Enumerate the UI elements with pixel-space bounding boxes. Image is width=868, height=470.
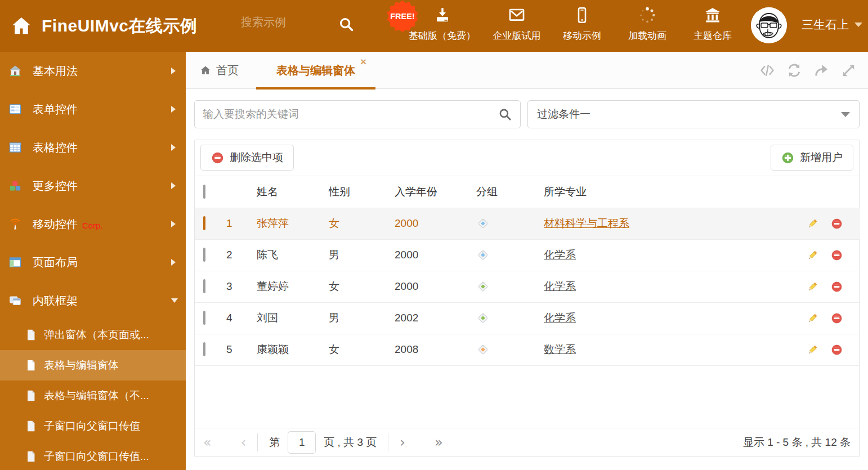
sidebar-subitem-label: 表格与编辑窗体 [44, 358, 119, 373]
major-link[interactable]: 化学系 [544, 312, 576, 324]
avatar[interactable] [751, 7, 787, 43]
search-icon[interactable] [498, 107, 512, 122]
major-link[interactable]: 数学系 [544, 343, 576, 355]
sidebar-subitem-child-to-parent[interactable]: 子窗口向父窗口传值 [0, 411, 186, 441]
major-link[interactable]: 材料科学与工程系 [544, 217, 629, 229]
sidebar-item-label: 页面布局 [33, 255, 78, 270]
table-row: 5 康颖颖 女 2008 数学系 [195, 334, 860, 365]
users-table: 姓名 性别 入学年份 分组 所学专业 1 张萍萍 女 2000 [195, 176, 860, 366]
page-number-input[interactable] [288, 431, 316, 454]
edit-icon[interactable] [807, 218, 818, 230]
edit-icon[interactable] [807, 249, 818, 261]
header-search-icon[interactable] [338, 16, 355, 33]
mobile-icon [573, 6, 591, 24]
pager-divider [257, 433, 258, 451]
tab-label: 首页 [216, 63, 239, 78]
row-checkbox[interactable] [203, 216, 205, 230]
delete-icon[interactable] [831, 344, 843, 356]
tab-grid-edit-window[interactable]: 表格与编辑窗体 × [256, 52, 375, 89]
sidebar-item-iframe[interactable]: 内联框架 [0, 281, 186, 320]
nav-mobile-demo[interactable]: 移动示例 [558, 6, 606, 42]
open-new-window-icon[interactable] [813, 62, 830, 79]
add-user-button[interactable]: 新增用户 [771, 145, 853, 171]
sidebar-item-basic-usage[interactable]: 基本用法 [0, 52, 186, 90]
maximize-icon[interactable] [840, 62, 857, 79]
nav-enterprise-trial[interactable]: 企业版试用 [493, 6, 541, 42]
pager-divider [388, 433, 388, 451]
sidebar-item-mobile-controls[interactable]: 移动控件 Corp. [0, 205, 186, 243]
major-link[interactable]: 化学系 [544, 280, 576, 292]
tag-icon [476, 217, 533, 230]
sidebar-subitem-grid-edit-window-2[interactable]: 表格与编辑窗体（不... [0, 381, 186, 411]
pager-page-prefix: 第 [269, 435, 280, 450]
sidebar-item-more-controls[interactable]: 更多控件 [0, 167, 186, 205]
row-number: 1 [223, 208, 248, 239]
sidebar-subitem-label: 子窗口向父窗口传值 [44, 419, 140, 433]
cell-year: 2002 [383, 302, 465, 334]
delete-icon[interactable] [831, 281, 843, 293]
delete-icon[interactable] [831, 249, 843, 261]
edit-icon[interactable] [807, 312, 818, 324]
close-icon[interactable]: × [360, 56, 366, 67]
pager-prev-button[interactable]: ‹ [241, 436, 247, 449]
tab-home[interactable]: 首页 [200, 52, 239, 89]
sidebar-subitem-grid-edit-window[interactable]: 表格与编辑窗体 [0, 350, 186, 381]
sidebar-item-form-controls[interactable]: 表单控件 [0, 90, 186, 128]
file-icon [25, 329, 37, 341]
row-checkbox[interactable] [203, 342, 205, 356]
sidebar-item-grid-controls[interactable]: 表格控件 [0, 128, 186, 167]
table-row: 1 张萍萍 女 2000 材料科学与工程系 [195, 208, 860, 239]
chevron-right-icon [171, 144, 176, 151]
delete-icon[interactable] [831, 218, 843, 230]
keyword-search-input[interactable] [195, 108, 498, 120]
active-tab-underline [256, 87, 375, 89]
tag-icon [476, 248, 533, 262]
nav-basic-edition[interactable]: 基础版（免费） [409, 6, 476, 42]
keyword-search-box [194, 100, 521, 128]
sidebar-subitem-child-to-parent-2[interactable]: 子窗口向父窗口传值... [0, 441, 186, 470]
chevron-right-icon [171, 221, 176, 227]
column-header-major[interactable]: 所学专业 [533, 176, 789, 208]
pager-first-button[interactable]: « [203, 436, 212, 449]
cell-gender: 女 [319, 271, 383, 302]
home-icon [8, 64, 23, 78]
form-icon [8, 102, 23, 116]
row-checkbox[interactable] [203, 279, 205, 293]
delete-selected-label: 删除选中项 [230, 150, 283, 165]
sidebar-subitem-popup-window[interactable]: 弹出窗体（本页面或... [0, 320, 186, 350]
cell-name: 董婷婷 [248, 271, 319, 302]
pager-last-button[interactable]: » [435, 436, 443, 449]
home-logo-icon[interactable] [10, 15, 33, 37]
filter-dropdown[interactable]: 过滤条件一 [527, 100, 860, 128]
column-header-group[interactable]: 分组 [465, 176, 533, 208]
source-code-icon[interactable] [759, 62, 776, 79]
pager-next-button[interactable]: › [400, 436, 405, 449]
blocks-icon [8, 179, 23, 193]
delete-icon[interactable] [831, 312, 843, 324]
user-menu[interactable]: 三生石上 [802, 17, 862, 33]
select-all-checkbox[interactable] [203, 185, 205, 199]
edit-icon[interactable] [807, 281, 818, 293]
add-user-label: 新增用户 [800, 150, 843, 165]
grid-toolbar: 删除选中项 新增用户 [195, 140, 859, 176]
chevron-right-icon [171, 259, 176, 266]
delete-selected-button[interactable]: 删除选中项 [200, 145, 294, 171]
nav-loading-animation[interactable]: 加载动画 [623, 6, 672, 42]
row-checkbox[interactable] [203, 248, 205, 262]
header-search-input[interactable] [241, 16, 331, 29]
sidebar-item-page-layout[interactable]: 页面布局 [0, 243, 186, 281]
row-checkbox[interactable] [203, 311, 205, 325]
nav-theme-repo[interactable]: 主题仓库 [688, 6, 737, 42]
edit-icon[interactable] [807, 344, 818, 356]
chevron-right-icon [171, 68, 176, 74]
refresh-icon[interactable] [786, 62, 803, 79]
spinner-icon [638, 6, 656, 24]
column-header-name[interactable]: 姓名 [248, 176, 319, 208]
minus-circle-icon [211, 151, 224, 164]
major-link[interactable]: 化学系 [544, 249, 576, 261]
chevron-down-icon [841, 112, 850, 117]
column-header-year[interactable]: 入学年份 [383, 176, 465, 208]
file-icon [25, 359, 37, 371]
envelope-icon [508, 6, 526, 24]
column-header-gender[interactable]: 性别 [319, 176, 383, 208]
